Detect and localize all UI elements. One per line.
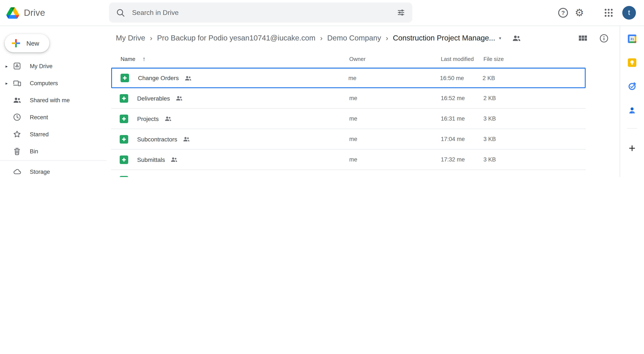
file-size: 3 KB — [484, 177, 586, 177]
shared-icon — [13, 96, 21, 104]
file-size: 3 KB — [484, 136, 586, 142]
new-button[interactable]: New — [5, 34, 50, 52]
sidebar-item-bin[interactable]: Bin — [0, 143, 109, 160]
file-row[interactable]: Projectsme16:31 me3 KB — [111, 109, 586, 129]
file-table: Name ↑ Owner Last modified File size Cha… — [111, 50, 586, 177]
settings-gear-icon[interactable]: ⚙ — [575, 8, 584, 18]
workspace-side-rail: 31 + — [620, 26, 644, 177]
file-row[interactable]: Change Ordersme16:50 me2 KB — [111, 68, 586, 88]
breadcrumb-item[interactable]: Demo Company — [327, 34, 381, 42]
details-info-icon[interactable] — [599, 34, 609, 43]
keep-icon[interactable] — [628, 58, 636, 67]
sidebar: New ▸My Drive▸ComputersShared with meRec… — [0, 26, 109, 177]
file-rows: Change Ordersme16:50 me2 KBDeliverablesm… — [111, 68, 586, 177]
breadcrumb-item[interactable]: Pro Backup for Podio yesan10741@iucake.c… — [157, 34, 316, 42]
calendar-icon[interactable]: 31 — [628, 34, 636, 43]
add-panel-app-icon[interactable]: + — [629, 143, 636, 154]
expander-arrow-icon[interactable]: ▸ — [6, 81, 13, 86]
file-owner: me — [349, 95, 441, 102]
file-size: 2 KB — [484, 95, 586, 102]
tasks-icon[interactable] — [628, 82, 636, 91]
file-list-pane: My Drive›Pro Backup for Podio yesan10741… — [109, 26, 620, 177]
file-name: Tasks — [137, 176, 152, 177]
search-input[interactable] — [131, 8, 396, 17]
search-icon[interactable] — [116, 8, 125, 17]
file-owner: me — [349, 136, 441, 142]
shared-icon — [176, 94, 183, 102]
google-sheets-file-icon — [120, 94, 128, 102]
computers-icon — [13, 79, 21, 87]
file-name-cell: Submittals — [111, 155, 349, 164]
sidebar-item-label: Shared with me — [30, 97, 70, 103]
bin-icon — [13, 147, 21, 156]
sidebar-item-starred[interactable]: Starred — [0, 126, 109, 143]
sidebar-divider — [0, 160, 106, 160]
sidebar-item-storage[interactable]: Storage — [0, 163, 109, 177]
file-name-cell: Deliverables — [111, 94, 349, 102]
drive-logo[interactable]: Drive — [6, 0, 45, 26]
sidebar-item-recent[interactable]: Recent — [0, 109, 109, 126]
google-sheets-file-icon — [120, 176, 128, 177]
search-options-icon[interactable] — [396, 8, 406, 17]
file-owner: me — [349, 177, 441, 177]
svg-text:?: ? — [562, 10, 565, 16]
breadcrumb-item[interactable]: My Drive — [116, 34, 145, 42]
account-avatar[interactable]: t — [622, 6, 636, 20]
starred-icon — [13, 130, 21, 138]
drive-logo-icon — [6, 7, 19, 18]
google-sheets-file-icon — [120, 74, 129, 82]
file-name-cell: Subcontractors — [111, 135, 349, 143]
file-name: Submittals — [137, 156, 165, 163]
file-size-column-header[interactable]: File size — [484, 56, 586, 62]
file-row[interactable]: Subcontractorsme17:04 me3 KB — [111, 129, 586, 150]
google-drive-app: Drive ? — [0, 0, 644, 177]
file-name-cell: Tasks — [111, 176, 349, 177]
shared-icon — [158, 176, 165, 177]
sidebar-item-shared-with-me[interactable]: Shared with me — [0, 92, 109, 109]
file-size: 3 KB — [484, 156, 586, 163]
file-size: 2 KB — [482, 75, 585, 81]
search-bar[interactable] — [109, 2, 412, 22]
folder-dropdown-caret-icon[interactable]: ▾ — [499, 36, 501, 40]
contacts-icon[interactable] — [628, 106, 636, 114]
folder-shared-icon[interactable] — [512, 34, 521, 42]
new-button-label: New — [26, 40, 39, 47]
expander-arrow-icon[interactable]: ▸ — [6, 64, 13, 68]
sidebar-item-my-drive[interactable]: ▸My Drive — [0, 58, 109, 74]
sort-ascending-icon: ↑ — [142, 56, 146, 62]
file-row[interactable]: Tasksme16:51 me3 KB — [111, 170, 586, 177]
file-row[interactable]: Submittalsme17:32 me3 KB — [111, 150, 586, 170]
shared-icon — [164, 115, 172, 122]
file-last-modified: 16:31 me — [441, 116, 484, 122]
sort-by-name-header[interactable]: Name ↑ — [111, 56, 349, 62]
google-sheets-file-icon — [120, 114, 128, 123]
breadcrumb-separator: › — [150, 34, 152, 42]
help-icon[interactable]: ? — [558, 7, 569, 18]
file-owner: me — [349, 156, 441, 163]
sidebar-item-label: Computers — [30, 80, 58, 86]
google-apps-grid-icon[interactable] — [604, 8, 614, 18]
svg-text:31: 31 — [630, 37, 634, 41]
file-name-cell: Change Orders — [112, 74, 348, 82]
app-title: Drive — [24, 8, 45, 18]
file-name-cell: Projects — [111, 114, 349, 123]
file-last-modified: 16:50 me — [440, 75, 482, 81]
breadcrumb-current-folder[interactable]: Construction Project Manage... — [393, 34, 495, 42]
mydrive-icon — [13, 62, 21, 70]
owner-column-header[interactable]: Owner — [349, 56, 441, 62]
file-last-modified: 16:51 me — [441, 177, 484, 177]
shared-icon — [184, 74, 192, 82]
sidebar-item-label: Starred — [30, 131, 49, 138]
file-name: Subcontractors — [137, 136, 177, 142]
last-modified-column-header[interactable]: Last modified — [441, 56, 484, 62]
file-row[interactable]: Deliverablesme16:52 me2 KB — [111, 88, 586, 109]
grid-view-toggle-icon[interactable] — [578, 34, 587, 42]
file-owner: me — [349, 116, 441, 122]
recent-icon — [13, 113, 21, 122]
header-actions: ? ⚙ t — [558, 0, 644, 26]
file-table-header: Name ↑ Owner Last modified File size — [111, 50, 586, 68]
file-owner: me — [348, 75, 440, 81]
sidebar-item-label: Recent — [30, 114, 48, 120]
sidebar-item-computers[interactable]: ▸Computers — [0, 74, 109, 92]
breadcrumb: My Drive›Pro Backup for Podio yesan10741… — [109, 26, 620, 50]
